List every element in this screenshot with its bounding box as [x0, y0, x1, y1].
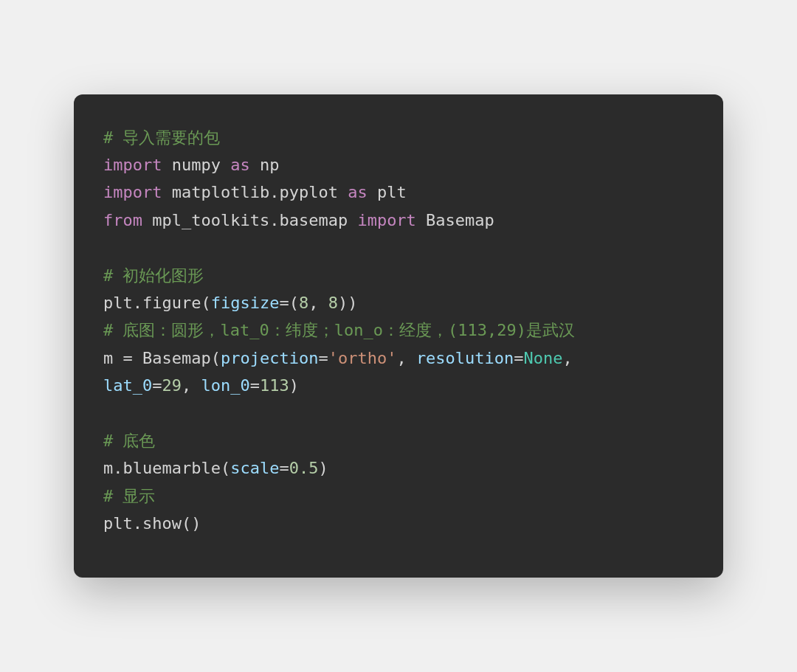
- call-expr: m.bluemarble(: [103, 459, 230, 477]
- module-name: mpl_toolkits.basemap: [142, 211, 357, 229]
- number: 113: [260, 376, 289, 395]
- punct: =: [514, 349, 523, 367]
- punct: ): [289, 376, 299, 395]
- code-content: # 导入需要的包 import numpy as np import matpl…: [103, 128, 582, 533]
- number: 29: [162, 376, 182, 395]
- punct: ,: [182, 376, 201, 395]
- punct: =(: [279, 294, 299, 312]
- comment-line: # 导入需要的包: [103, 128, 221, 147]
- keyword-as: as: [230, 156, 250, 174]
- param-name: lon_0: [201, 376, 249, 395]
- module-name: numpy: [162, 156, 230, 174]
- param-name: figsize: [211, 294, 280, 312]
- punct: =: [152, 376, 162, 395]
- number: 8: [328, 294, 338, 312]
- assign-expr: m = Basemap(: [103, 349, 221, 367]
- comment-line: # 底色: [103, 432, 156, 450]
- punct: )): [338, 294, 358, 312]
- comment-line: # 底图：圆形，lat_0：纬度；lon_o：经度，(113,29)是武汉: [103, 321, 575, 339]
- alias: plt: [368, 183, 407, 201]
- keyword-import: import: [103, 156, 162, 174]
- keyword-as: as: [348, 183, 368, 201]
- none-literal: None: [524, 349, 563, 367]
- param-name: scale: [230, 459, 279, 477]
- keyword-from: from: [103, 211, 142, 229]
- param-name: lat_0: [103, 376, 152, 395]
- punct: =: [250, 376, 260, 395]
- punct: ): [318, 459, 328, 477]
- number: 8: [299, 294, 308, 312]
- code-pre: # 导入需要的包 import numpy as np import matpl…: [103, 124, 694, 538]
- keyword-import: import: [357, 211, 415, 229]
- punct: ,: [396, 349, 416, 367]
- param-name: projection: [221, 349, 318, 367]
- punct: ,: [563, 349, 583, 367]
- punct: ,: [308, 294, 328, 312]
- comment-line: # 显示: [103, 487, 156, 505]
- call-expr: plt.show(): [103, 514, 201, 533]
- code-block: # 导入需要的包 import numpy as np import matpl…: [74, 94, 723, 578]
- param-name: resolution: [416, 349, 514, 367]
- punct: =: [279, 459, 289, 477]
- string: 'ortho': [328, 349, 397, 367]
- module-name: matplotlib.pyplot: [162, 183, 348, 201]
- punct: =: [318, 349, 328, 367]
- keyword-import: import: [103, 183, 162, 201]
- call-expr: plt.figure(: [103, 294, 211, 312]
- number: 0.5: [289, 459, 319, 477]
- comment-line: # 初始化图形: [103, 266, 204, 285]
- alias: np: [250, 156, 280, 174]
- class-name: Basemap: [416, 211, 494, 229]
